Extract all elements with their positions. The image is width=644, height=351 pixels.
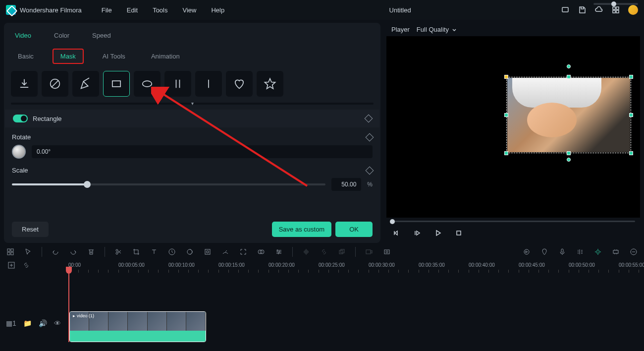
mask-ellipse[interactable] <box>134 71 161 97</box>
rotate-knob[interactable] <box>12 145 26 159</box>
tl-audio1-icon[interactable] <box>302 247 311 256</box>
tl-expand-icon[interactable] <box>239 247 248 256</box>
subtab-basic[interactable]: Basic <box>11 50 41 63</box>
tl-mic-icon[interactable] <box>558 247 567 256</box>
shape-expand[interactable] <box>11 103 374 105</box>
rectangle-toggle[interactable] <box>13 115 28 122</box>
tab-speed[interactable]: Speed <box>88 27 115 44</box>
apps-icon[interactable] <box>611 5 620 14</box>
link-track-icon[interactable] <box>22 261 31 270</box>
tl-delete-icon[interactable] <box>87 247 96 256</box>
mask-single-line[interactable] <box>195 71 222 97</box>
tl-marker-icon[interactable] <box>540 247 549 256</box>
play-next-button[interactable] <box>412 228 422 238</box>
tl-cursor-icon[interactable] <box>24 247 33 256</box>
scale-slider[interactable] <box>12 183 325 185</box>
scale-label: Scale <box>12 167 28 174</box>
cloud-icon[interactable] <box>594 5 603 14</box>
screen-icon[interactable] <box>561 5 570 14</box>
player-scrubber[interactable] <box>391 221 635 222</box>
scale-value[interactable]: 50.00 <box>331 178 361 191</box>
svg-rect-13 <box>7 249 10 251</box>
add-track-icon[interactable] <box>7 261 16 270</box>
save-icon[interactable] <box>578 5 587 14</box>
handle-rotate-bot[interactable] <box>567 158 571 162</box>
handle-bl[interactable] <box>504 151 508 155</box>
tl-zoom-slider[interactable] <box>593 3 638 5</box>
tl-group-icon[interactable] <box>337 247 346 256</box>
tl-crop-icon[interactable] <box>132 247 141 256</box>
menu-tools[interactable]: Tools <box>153 6 167 14</box>
scale-keyframe[interactable] <box>366 166 374 175</box>
app-logo <box>6 5 16 15</box>
handle-rotate-top[interactable] <box>567 64 571 68</box>
track-mute-icon[interactable]: 🔊 <box>39 319 47 327</box>
track-visible-icon[interactable]: 👁 <box>54 319 61 327</box>
save-custom-button[interactable]: Save as custom <box>272 222 332 237</box>
preview-canvas[interactable] <box>386 36 640 218</box>
mask-rectangle[interactable] <box>103 71 130 97</box>
video-clip[interactable]: ▸ video (1) <box>69 311 206 342</box>
tab-color[interactable]: Color <box>50 27 73 44</box>
tl-record-icon[interactable] <box>365 247 374 256</box>
rotate-value[interactable] <box>32 145 373 158</box>
handle-mr[interactable] <box>629 113 633 117</box>
mask-selection[interactable] <box>506 77 631 153</box>
tl-grid-icon[interactable] <box>6 247 15 256</box>
timeline-tracks[interactable]: ▸ video (1) ▦1 📁 🔊 👁 <box>0 273 644 342</box>
timeline-ruler[interactable]: 00:0000:00:05:0000:00:10:0000:00:15:0000… <box>0 261 644 273</box>
rotate-keyframe[interactable] <box>366 133 374 141</box>
mask-none[interactable] <box>42 71 68 97</box>
mask-pen[interactable] <box>72 71 99 97</box>
subtab-animation[interactable]: Animation <box>144 50 187 63</box>
svg-rect-4 <box>616 10 619 13</box>
prev-frame-button[interactable] <box>391 228 401 238</box>
handle-tr[interactable] <box>629 75 633 79</box>
tl-link-icon[interactable] <box>320 247 328 256</box>
stop-button[interactable] <box>454 228 464 238</box>
menu-file[interactable]: File <box>102 6 112 14</box>
handle-ml[interactable] <box>504 113 508 117</box>
menu-view[interactable]: View <box>182 6 196 14</box>
play-button[interactable] <box>433 228 443 238</box>
tl-extra-icon[interactable] <box>382 247 391 256</box>
quality-dropdown[interactable]: Full Quality <box>417 26 457 33</box>
handle-bc[interactable] <box>567 151 571 155</box>
track-folder-icon[interactable]: 📁 <box>23 319 32 327</box>
ruler-mark: 00:00:45:00 <box>519 262 545 268</box>
tl-zoomout-icon[interactable] <box>629 247 638 256</box>
ok-button[interactable]: OK <box>335 222 373 237</box>
tl-undo-icon[interactable] <box>51 247 60 256</box>
menu-help[interactable]: Help <box>211 6 224 14</box>
tab-video[interactable]: Video <box>11 27 35 44</box>
avatar[interactable] <box>628 5 638 15</box>
tl-text-icon[interactable] <box>150 247 159 256</box>
tl-freeze-icon[interactable] <box>203 247 212 256</box>
mask-import[interactable] <box>11 71 38 97</box>
tl-redo-icon[interactable] <box>69 247 78 256</box>
tl-snap-icon[interactable] <box>593 247 602 256</box>
tl-render-icon[interactable] <box>522 247 531 256</box>
handle-br[interactable] <box>629 151 633 155</box>
subtab-mask[interactable]: Mask <box>53 49 84 64</box>
subtab-aitools[interactable]: AI Tools <box>96 50 132 63</box>
tl-split-icon[interactable] <box>114 247 123 256</box>
section-keyframe[interactable] <box>365 115 373 123</box>
tl-fit-icon[interactable] <box>611 247 620 256</box>
tl-color-icon[interactable] <box>185 247 194 256</box>
mask-parallel[interactable] <box>164 71 191 97</box>
tl-audio-mix-icon[interactable] <box>576 247 585 256</box>
handle-tc[interactable] <box>567 75 571 79</box>
handle-tl[interactable] <box>504 75 508 79</box>
menu-edit[interactable]: Edit <box>127 6 138 14</box>
svg-rect-15 <box>7 252 10 255</box>
reset-button[interactable]: Reset <box>12 222 49 237</box>
ruler-mark: 00:00:10:00 <box>168 262 195 268</box>
tl-speed-icon[interactable] <box>167 247 176 256</box>
track-video-icon[interactable]: ▦1 <box>6 319 16 327</box>
tl-adjust-icon[interactable] <box>274 247 283 256</box>
tl-speedometer-icon[interactable] <box>221 247 230 256</box>
tl-mask-icon[interactable] <box>257 247 266 256</box>
mask-star[interactable] <box>257 71 283 97</box>
mask-heart[interactable] <box>226 71 253 97</box>
